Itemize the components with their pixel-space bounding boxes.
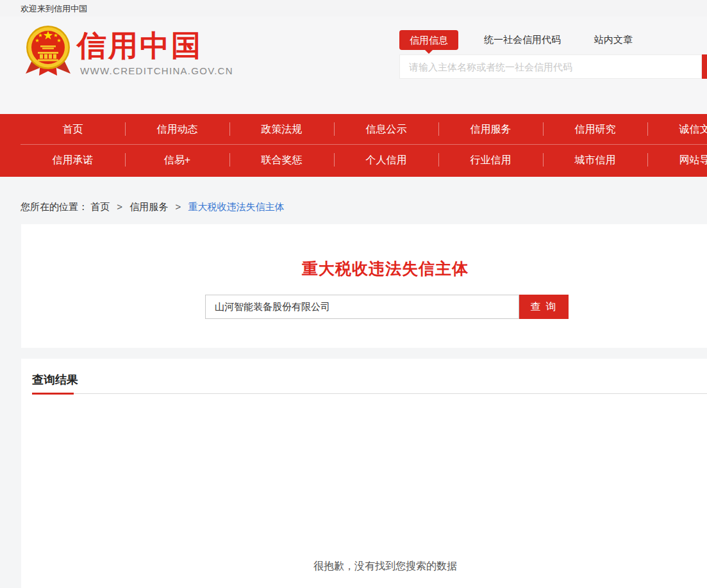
nav-item-site-map[interactable]: 网站导航 bbox=[647, 145, 707, 175]
nav-item-personal-credit[interactable]: 个人信用 bbox=[334, 145, 438, 175]
search-panel: 重大税收违法失信主体 查 询 bbox=[21, 224, 707, 348]
breadcrumb-separator: > bbox=[175, 201, 181, 212]
header-search-input[interactable] bbox=[399, 54, 702, 79]
entity-search-input[interactable] bbox=[205, 295, 519, 319]
empty-results-message: 很抱歉，没有找到您搜索的数据 bbox=[21, 560, 707, 573]
nav-item-home[interactable]: 首页 bbox=[21, 114, 125, 144]
header-search-button[interactable] bbox=[702, 54, 707, 79]
breadcrumb-item-credit-services[interactable]: 信用服务 bbox=[129, 201, 168, 212]
nav-item-credit-commitment[interactable]: 信用承诺 bbox=[21, 145, 125, 175]
breadcrumb-item-current[interactable]: 重大税收违法失信主体 bbox=[188, 201, 284, 212]
breadcrumb-separator: > bbox=[117, 201, 122, 212]
nav-item-joint-reward-punishment[interactable]: 联合奖惩 bbox=[229, 145, 334, 175]
nav-item-info-disclosure[interactable]: 信息公示 bbox=[334, 114, 438, 144]
page-title: 重大税收违法失信主体 bbox=[21, 224, 707, 279]
query-button[interactable]: 查 询 bbox=[519, 295, 569, 319]
entity-search-row: 查 询 bbox=[205, 295, 569, 319]
results-panel: 查询结果 很抱歉，没有找到您搜索的数据 bbox=[21, 359, 707, 588]
nav-item-industry-credit[interactable]: 行业信用 bbox=[438, 145, 543, 175]
welcome-text: 欢迎来到信用中国 bbox=[21, 3, 87, 15]
breadcrumb-item-home[interactable]: 首页 bbox=[90, 201, 110, 212]
nav-item-integrity-culture[interactable]: 诚信文化 bbox=[647, 114, 707, 144]
active-tab-pointer-icon bbox=[425, 50, 433, 54]
site-url: WWW.CREDITCHINA.GOV.CN bbox=[80, 65, 233, 76]
main-navigation: 首页 信用动态 政策法规 信息公示 信用服务 信用研究 诚信文化 信用承诺 信易… bbox=[0, 114, 707, 177]
search-tab-site-articles[interactable]: 站内文章 bbox=[594, 34, 633, 46]
welcome-bar: 欢迎来到信用中国 bbox=[0, 0, 707, 17]
nav-item-policies[interactable]: 政策法规 bbox=[229, 114, 334, 144]
search-tab-credit-info[interactable]: 信用信息 bbox=[399, 30, 458, 50]
nav-item-credit-news[interactable]: 信用动态 bbox=[125, 114, 229, 144]
breadcrumb-prefix: 您所在的位置： bbox=[21, 201, 88, 212]
nav-item-credit-services[interactable]: 信用服务 bbox=[438, 114, 543, 144]
nav-item-credit-plus[interactable]: 信易+ bbox=[125, 145, 229, 175]
nav-item-credit-research[interactable]: 信用研究 bbox=[543, 114, 647, 144]
site-header: 信用中国 WWW.CREDITCHINA.GOV.CN 信用信息 统一社会信用代… bbox=[0, 17, 707, 114]
breadcrumb: 您所在的位置： 首页 > 信用服务 > 重大税收违法失信主体 bbox=[21, 201, 284, 213]
search-tab-unified-code[interactable]: 统一社会信用代码 bbox=[484, 34, 561, 46]
results-heading: 查询结果 bbox=[32, 372, 78, 388]
results-heading-underline bbox=[32, 393, 74, 395]
results-heading-ruler bbox=[74, 393, 707, 394]
search-tab-credit-info-label: 信用信息 bbox=[410, 35, 448, 45]
national-emblem-logo-icon[interactable] bbox=[24, 24, 72, 78]
nav-row-2: 信用承诺 信易+ 联合奖惩 个人信用 行业信用 城市信用 网站导航 bbox=[21, 145, 707, 175]
site-title[interactable]: 信用中国 bbox=[77, 29, 203, 62]
nav-item-city-credit[interactable]: 城市信用 bbox=[543, 145, 647, 175]
nav-row-1: 首页 信用动态 政策法规 信息公示 信用服务 信用研究 诚信文化 bbox=[21, 114, 707, 144]
